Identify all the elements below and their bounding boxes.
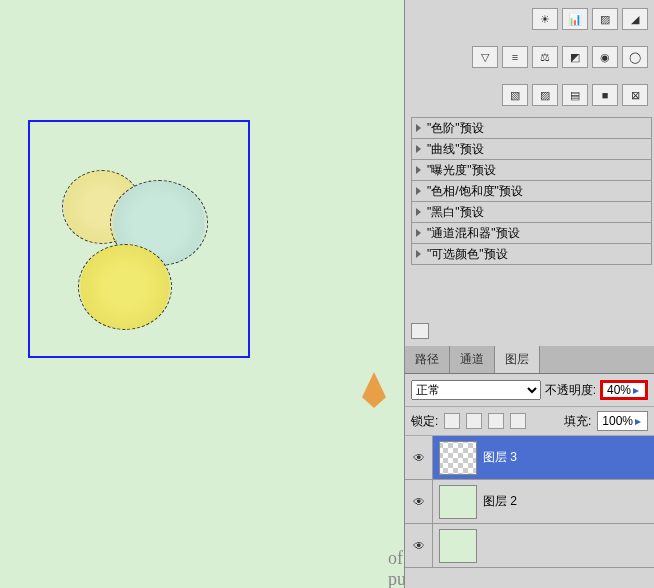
preset-label: "曲线"预设 <box>427 141 484 158</box>
selective-color-icon[interactable]: ⊠ <box>622 84 648 106</box>
selection-box <box>28 120 250 358</box>
lock-brush-icon[interactable] <box>466 413 482 429</box>
presets-panel: "色阶"预设 "曲线"预设 "曝光度"预设 "色相/饱和度"预设 "黑白"预设 … <box>405 114 654 269</box>
layer-name[interactable]: 图层 3 <box>483 449 654 466</box>
hue-icon[interactable]: ≡ <box>502 46 528 68</box>
lock-all-icon[interactable] <box>510 413 526 429</box>
preset-item[interactable]: "可选颜色"预设 <box>411 243 652 265</box>
adjust-icons-row3: ▧ ▨ ▤ ■ ⊠ <box>405 76 654 114</box>
tab-layers[interactable]: 图层 <box>495 346 540 373</box>
opacity-label: 不透明度: <box>545 382 596 399</box>
preset-label: "曝光度"预设 <box>427 162 496 179</box>
tab-channels[interactable]: 通道 <box>450 346 495 373</box>
adjust-icons-row1: ☀ 📊 ▨ ◢ <box>405 0 654 38</box>
preset-item[interactable]: "通道混和器"预设 <box>411 222 652 244</box>
brush-cursor <box>362 372 386 408</box>
blend-mode-select[interactable]: 正常 <box>411 380 541 400</box>
fill-input[interactable]: 100% ▸ <box>597 411 648 431</box>
bw-icon[interactable]: ◩ <box>562 46 588 68</box>
preset-label: "色阶"预设 <box>427 120 484 137</box>
gradient-map-icon[interactable]: ■ <box>592 84 618 106</box>
opacity-value: 40% <box>607 383 631 397</box>
lock-label: 锁定: <box>411 413 438 430</box>
layers-list: 👁 图层 3 👁 图层 2 👁 <box>405 436 654 568</box>
lock-row: 锁定: 填充: 100% ▸ <box>405 406 654 436</box>
opacity-input[interactable]: 40% ▸ <box>600 380 648 400</box>
preset-label: "通道混和器"预设 <box>427 225 520 242</box>
canvas-area[interactable]: of pure colour <box>0 0 404 588</box>
disclosure-icon <box>416 208 421 216</box>
dropdown-arrow-icon: ▸ <box>633 414 643 428</box>
layer-thumbnail[interactable] <box>439 485 477 519</box>
lock-transparent-icon[interactable] <box>444 413 460 429</box>
layer-thumbnail[interactable] <box>439 529 477 563</box>
posterize-icon[interactable]: ▨ <box>532 84 558 106</box>
channel-mixer-icon[interactable]: ◯ <box>622 46 648 68</box>
visibility-icon[interactable]: 👁 <box>405 436 433 479</box>
threshold-icon[interactable]: ▤ <box>562 84 588 106</box>
brightness-icon[interactable]: ☀ <box>532 8 558 30</box>
disclosure-icon <box>416 145 421 153</box>
preset-label: "色相/饱和度"预设 <box>427 183 523 200</box>
layer-row[interactable]: 👁 <box>405 524 654 568</box>
balance-icon[interactable]: ⚖ <box>532 46 558 68</box>
adjust-icons-row2: ▽ ≡ ⚖ ◩ ◉ ◯ <box>405 38 654 76</box>
preset-item[interactable]: "色相/饱和度"预设 <box>411 180 652 202</box>
invert-icon[interactable]: ▧ <box>502 84 528 106</box>
fill-label: 填充: <box>564 413 591 430</box>
disclosure-icon <box>416 166 421 174</box>
visibility-icon[interactable]: 👁 <box>405 524 433 567</box>
tab-paths[interactable]: 路径 <box>405 346 450 373</box>
expand-icon[interactable] <box>411 323 429 339</box>
disclosure-icon <box>416 250 421 258</box>
layer-thumbnail[interactable] <box>439 441 477 475</box>
preset-item[interactable]: "曲线"预设 <box>411 138 652 160</box>
curves-icon[interactable]: ▨ <box>592 8 618 30</box>
layer-panel-tabs: 路径 通道 图层 <box>405 346 654 374</box>
preset-label: "黑白"预设 <box>427 204 484 221</box>
exposure-icon[interactable]: ◢ <box>622 8 648 30</box>
levels-icon[interactable]: 📊 <box>562 8 588 30</box>
visibility-icon[interactable]: 👁 <box>405 480 433 523</box>
layer-row[interactable]: 👁 图层 2 <box>405 480 654 524</box>
preset-item[interactable]: "曝光度"预设 <box>411 159 652 181</box>
preset-label: "可选颜色"预设 <box>427 246 508 263</box>
layer-row[interactable]: 👁 图层 3 <box>405 436 654 480</box>
panel-footer <box>405 319 654 346</box>
photo-filter-icon[interactable]: ◉ <box>592 46 618 68</box>
panels-sidebar: ☀ 📊 ▨ ◢ ▽ ≡ ⚖ ◩ ◉ ◯ ▧ ▨ ▤ ■ ⊠ "色阶"预设 "曲线… <box>404 0 654 588</box>
disclosure-icon <box>416 229 421 237</box>
dropdown-arrow-icon: ▸ <box>631 383 641 397</box>
preset-item[interactable]: "色阶"预设 <box>411 117 652 139</box>
preset-item[interactable]: "黑白"预设 <box>411 201 652 223</box>
lock-move-icon[interactable] <box>488 413 504 429</box>
fill-value: 100% <box>602 414 633 428</box>
disclosure-icon <box>416 187 421 195</box>
blend-row: 正常 不透明度: 40% ▸ <box>405 374 654 406</box>
disclosure-icon <box>416 124 421 132</box>
layer-name[interactable]: 图层 2 <box>483 493 654 510</box>
vibrance-icon[interactable]: ▽ <box>472 46 498 68</box>
